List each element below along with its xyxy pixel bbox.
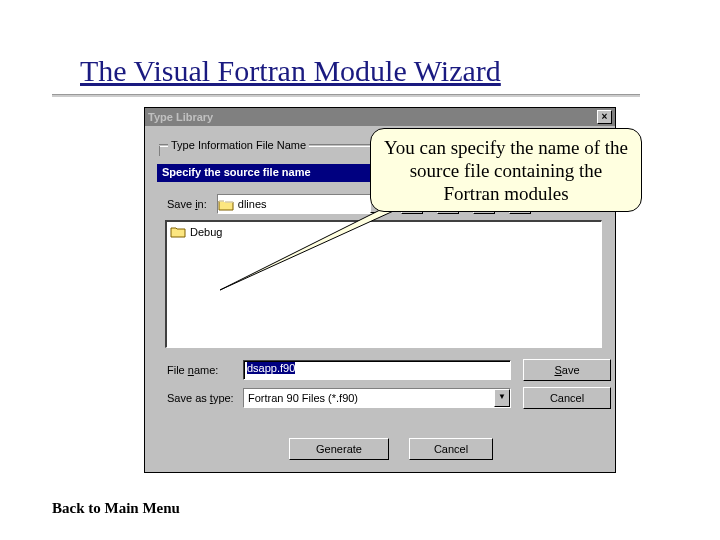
save-in-label: Save in:: [167, 198, 207, 210]
cancel2-button[interactable]: Cancel: [409, 438, 493, 460]
cancel-button[interactable]: Cancel: [523, 387, 611, 409]
file-name-label: File name:: [167, 364, 243, 376]
folder-icon: [170, 225, 186, 238]
save-in-value: dlines: [234, 198, 370, 210]
folder-icon: [218, 198, 234, 211]
dialog-title: Type Library: [148, 111, 597, 123]
list-item[interactable]: Debug: [170, 225, 598, 238]
file-listbox[interactable]: Debug: [165, 220, 602, 348]
save-as-type-dropdown[interactable]: Fortran 90 Files (*.f90) ▼: [243, 388, 511, 408]
callout-text: You can specify the name of the source f…: [384, 137, 628, 204]
close-icon[interactable]: ×: [597, 110, 612, 124]
dropdown-arrow-icon[interactable]: ▼: [494, 389, 510, 407]
slide-title: The Visual Fortran Module Wizard: [80, 54, 501, 88]
generate-button[interactable]: Generate: [289, 438, 389, 460]
group-label: Type Information File Name: [168, 139, 309, 151]
save-as-type-label: Save as type:: [167, 392, 243, 404]
save-as-type-value: Fortran 90 Files (*.f90): [244, 392, 494, 404]
dialog-titlebar: Type Library ×: [145, 108, 615, 126]
save-in-dropdown[interactable]: dlines ▼: [217, 194, 387, 214]
title-rule: [52, 94, 640, 97]
file-name-value: dsapp.f90: [247, 362, 295, 374]
back-to-main-link[interactable]: Back to Main Menu: [52, 500, 180, 517]
callout-bubble: You can specify the name of the source f…: [370, 128, 642, 212]
file-name-input[interactable]: dsapp.f90: [243, 360, 511, 380]
save-button[interactable]: Save: [523, 359, 611, 381]
list-item-label: Debug: [190, 226, 222, 238]
